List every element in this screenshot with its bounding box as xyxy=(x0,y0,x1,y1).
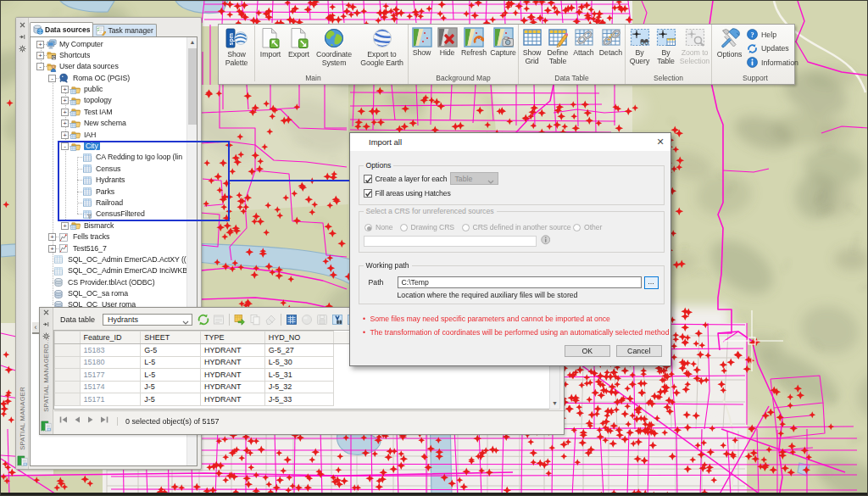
tree-item-label[interactable]: City xyxy=(84,142,100,150)
expand-icon[interactable]: + xyxy=(36,52,44,59)
post-edits-icon[interactable] xyxy=(234,314,246,326)
cell[interactable]: G-5 xyxy=(141,344,201,357)
cell[interactable]: L-5 xyxy=(141,356,201,369)
close-icon[interactable] xyxy=(42,308,51,317)
column-header-hyd_no[interactable]: HYD_NO xyxy=(264,332,334,344)
dialog-titlebar[interactable]: Import all ✕ xyxy=(350,133,670,151)
cell[interactable]: J-5 xyxy=(141,393,201,406)
grid-view-icon[interactable] xyxy=(286,314,298,326)
table-row[interactable]: 15174J-5HYDRANTJ-5_32 xyxy=(54,381,495,393)
tab-task-manager[interactable]: Task manager xyxy=(92,24,156,36)
tree-item-label[interactable]: SQL_OC_Admin EmerCAD.ActXY (( xyxy=(68,255,186,264)
column-header-type[interactable]: TYPE xyxy=(201,332,265,344)
tree-item-test516-7[interactable]: +Test516_7 xyxy=(31,242,186,254)
row-selector[interactable] xyxy=(54,393,80,406)
tree-item-sql-oc-admin-emercad-actxy[interactable]: SQL_OC_Admin EmerCAD.ActXY (( xyxy=(31,254,186,265)
cell[interactable]: HYDRANT xyxy=(201,393,265,406)
tree-item-ca-redding-to-igo-loop-lin[interactable]: CA Redding to Igo loop (lin xyxy=(31,152,186,163)
scroll-thumb[interactable] xyxy=(188,48,197,125)
row-selector[interactable] xyxy=(54,344,80,357)
cell[interactable]: HYDRANT xyxy=(201,381,265,393)
cell[interactable]: L-5_31 xyxy=(264,369,334,382)
tree-item-city[interactable]: -City xyxy=(31,141,186,152)
collapse-panel-icon[interactable]: ‹ xyxy=(32,322,39,334)
tree-item-sql-oc-admin-emercad-inciwkb[interactable]: SQL_OC_Admin EmerCAD InciWKB xyxy=(31,265,186,276)
export-to-google-earth-button[interactable]: Export toGoogle Earth xyxy=(356,25,408,74)
tree-item-census[interactable]: Census xyxy=(31,163,186,174)
tree-item-label[interactable]: Parks xyxy=(96,187,114,196)
show-palette-button[interactable]: spmShowPalette xyxy=(219,25,254,74)
fill-areas-checkbox[interactable] xyxy=(364,189,372,198)
information-button[interactable]: Information xyxy=(747,57,798,68)
ok-button[interactable]: OK xyxy=(565,345,611,358)
define-table-button[interactable]: DefineTable xyxy=(545,25,570,74)
column-header-sheet[interactable]: SHEET xyxy=(141,332,201,344)
cancel-button[interactable]: Cancel xyxy=(616,345,663,358)
tree-item-label[interactable]: Shortcuts xyxy=(59,51,90,59)
tree-item-bismarck[interactable]: +Bismarck xyxy=(31,220,186,231)
nav-last-icon[interactable] xyxy=(100,415,108,424)
tree-item-topology[interactable]: +topology xyxy=(31,95,186,106)
show-grid-button[interactable]: ShowGrid xyxy=(519,25,545,74)
dialog-close-icon[interactable]: ✕ xyxy=(654,137,666,148)
cell[interactable]: HYDRANT xyxy=(201,344,265,357)
cell[interactable]: HYDRANT xyxy=(201,356,265,369)
row-selector[interactable] xyxy=(54,369,80,382)
tree-item-iah[interactable]: +IAH xyxy=(31,129,186,140)
nav-first-icon[interactable] xyxy=(59,415,68,424)
tree-item-label[interactable]: Test516_7 xyxy=(73,244,107,253)
tree-item-label[interactable]: IAH xyxy=(84,131,96,139)
tree-item-roma-oc-pgis[interactable]: -Roma OC (PGIS) xyxy=(31,72,186,83)
cell[interactable]: 15177 xyxy=(80,369,141,382)
tree-item-label[interactable]: New schema xyxy=(84,119,126,127)
refresh-button[interactable]: Refresh xyxy=(459,25,488,74)
expand-icon[interactable]: + xyxy=(61,109,69,116)
tree-item-censusfiltered[interactable]: CensusFiltered xyxy=(31,209,186,220)
autohide-pin-icon[interactable] xyxy=(42,320,51,329)
cell[interactable]: J-5_33 xyxy=(264,393,334,406)
expand-icon[interactable]: + xyxy=(61,131,69,139)
tree-item-shortcuts[interactable]: +Shortcuts xyxy=(31,49,186,60)
hide-button[interactable]: Hide xyxy=(435,25,459,74)
tree-item-label[interactable]: Railroad xyxy=(96,198,123,207)
tree-item-parks[interactable]: Parks xyxy=(31,186,186,197)
cell[interactable]: 15180 xyxy=(80,356,141,369)
collapse-icon[interactable]: - xyxy=(36,63,44,70)
gear-icon[interactable] xyxy=(18,44,27,53)
tree-item-sql-oc-sa-roma[interactable]: SQL_OC_sa roma xyxy=(31,288,186,299)
tree-item-railroad[interactable]: Railroad xyxy=(31,197,186,208)
export-button[interactable]: Export xyxy=(286,25,312,74)
tree-item-label[interactable]: Hydrants xyxy=(96,176,125,184)
updates-button[interactable]: Updates xyxy=(747,43,798,54)
cell[interactable]: J-5_32 xyxy=(264,381,334,393)
tree-item-label[interactable]: topology xyxy=(84,96,111,104)
tree-item-test-iam[interactable]: +Test IAM xyxy=(31,106,186,117)
by-table-button[interactable]: ByTable xyxy=(654,25,678,74)
row-selector[interactable] xyxy=(54,381,80,393)
tree-item-label[interactable]: public xyxy=(84,85,103,93)
expand-icon[interactable]: + xyxy=(48,233,56,241)
tree-item-label[interactable]: CS Provider.tblAct (ODBC) xyxy=(68,278,155,287)
tree-item-cs-provider-tblact-odbc[interactable]: CS Provider.tblAct (ODBC) xyxy=(31,276,186,287)
by-query-button[interactable]: ByQuery xyxy=(626,25,654,74)
path-input[interactable]: C:\Temp xyxy=(398,276,642,288)
tree-item-label[interactable]: Census xyxy=(96,164,120,173)
tree-item-label[interactable]: Test IAM xyxy=(84,108,112,116)
show-button[interactable]: Show xyxy=(409,25,435,74)
tree-item-my-computer[interactable]: +My Computer xyxy=(31,38,186,49)
tree-item-label[interactable]: CA Redding to Igo loop (lin xyxy=(96,153,182,161)
expand-icon[interactable]: + xyxy=(61,120,69,127)
tree-item-user-data-sources[interactable]: -User data sources xyxy=(31,61,186,72)
cell[interactable]: G-5_27 xyxy=(264,344,334,357)
close-icon[interactable] xyxy=(18,20,27,30)
column-header-feature_id[interactable]: Feature_ID xyxy=(80,332,141,344)
table-row[interactable]: 15177L-5HYDRANTL-5_31 xyxy=(54,369,495,382)
expand-icon[interactable]: + xyxy=(61,222,69,230)
row-selector[interactable] xyxy=(54,356,80,369)
tree-item-label[interactable]: Fells tracks xyxy=(73,232,109,241)
autohide-pin-icon[interactable] xyxy=(18,32,27,42)
browse-button[interactable]: ... xyxy=(644,276,659,289)
detach-button[interactable]: Detach xyxy=(597,25,625,74)
tree-item-label[interactable]: User data sources xyxy=(59,62,119,70)
cell[interactable]: HYDRANT xyxy=(201,369,265,382)
